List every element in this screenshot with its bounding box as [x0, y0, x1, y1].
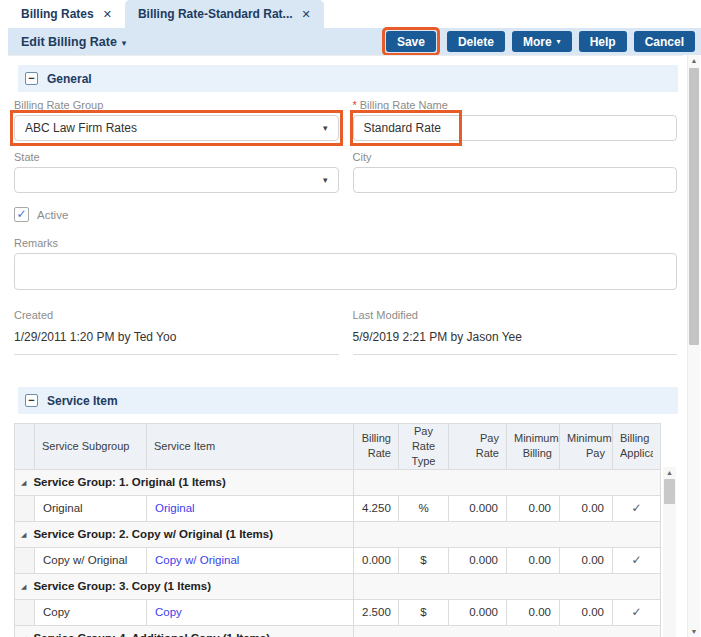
header-minimum-pay[interactable]: Minimum Pay — [560, 424, 613, 470]
help-button[interactable]: Help — [579, 31, 627, 52]
group-row-copy-w-original[interactable]: ◢Service Group: 2. Copy w/ Original (1 I… — [15, 521, 661, 547]
service-item-section-header[interactable]: − Service Item — [18, 387, 678, 414]
cell-minimum-pay[interactable]: 0.00 — [560, 547, 613, 573]
more-button[interactable]: More▾ — [512, 31, 572, 52]
city-field: City — [353, 141, 678, 193]
save-button[interactable]: Save — [386, 31, 436, 52]
cell-minimum-billing[interactable]: 0.00 — [507, 599, 560, 625]
cell-billing-rule-applicable-check[interactable]: ✓ — [613, 547, 661, 573]
row-stub[interactable] — [15, 547, 35, 573]
delete-button[interactable]: Delete — [447, 31, 505, 52]
header-billing-rate[interactable]: Billing Rate — [354, 424, 399, 470]
group-row-copy[interactable]: ◢Service Group: 3. Copy (1 Items) — [15, 573, 661, 599]
toolbar-buttons: Save Delete More▾ Help Cancel — [382, 27, 695, 56]
header-service-item[interactable]: Service Item — [147, 424, 354, 470]
cell-minimum-pay[interactable]: 0.00 — [560, 495, 613, 521]
cell-pay-rate-type[interactable]: $ — [399, 599, 449, 625]
header-pay-rate[interactable]: Pay Rate — [449, 424, 507, 470]
page-title-menu[interactable]: Edit Billing Rate▾ — [21, 35, 126, 49]
cell-billing-rate[interactable]: 4.250 — [354, 495, 399, 521]
group-expanded-icon[interactable]: ◢ — [21, 531, 26, 539]
scroll-down-icon[interactable]: ▼ — [688, 628, 700, 635]
general-section-header[interactable]: − General — [18, 65, 678, 92]
cell-pay-rate[interactable]: 0.000 — [449, 599, 507, 625]
page-scrollbar-thumb[interactable] — [689, 68, 699, 345]
service-item-grid-wrap: Service Subgroup Service Item Billing Ra… — [14, 423, 676, 637]
group-row-additional-copy[interactable]: ◢Service Group: 4. Additional Copy (1 It… — [15, 625, 661, 637]
cell-pay-rate[interactable]: 0.000 — [449, 495, 507, 521]
collapse-minus-icon[interactable]: − — [25, 394, 38, 407]
cancel-button[interactable]: Cancel — [634, 31, 695, 52]
tab-billing-rates[interactable]: Billing Rates ✕ — [8, 0, 125, 28]
active-checkbox[interactable]: ✓ — [14, 207, 29, 222]
service-item-section-title: Service Item — [47, 394, 118, 408]
billing-rate-name-field: *Billing Rate Name — [353, 92, 678, 141]
tab-billing-rate-standard[interactable]: Billing Rate-Standard Rat... ✕ — [125, 0, 324, 28]
close-icon[interactable]: ✕ — [302, 9, 311, 20]
billing-rate-group-select[interactable]: ABC Law Firm Rates ▾ — [14, 115, 339, 141]
state-field: State ▾ — [14, 141, 339, 193]
collapse-minus-icon[interactable]: − — [25, 72, 38, 85]
remarks-textarea[interactable] — [14, 253, 677, 290]
page-scrollbar[interactable]: ▲ ▼ — [687, 55, 700, 637]
cell-pay-rate-type[interactable]: $ — [399, 547, 449, 573]
group-row-original[interactable]: ◢Service Group: 1. Original (1 Items) — [15, 469, 661, 495]
scroll-up-icon[interactable]: ▲ — [688, 57, 700, 64]
service-item-link[interactable]: Copy w/ Original — [147, 547, 354, 573]
cell-service-subgroup[interactable]: Copy w/ Original — [35, 547, 147, 573]
city-input[interactable] — [364, 173, 667, 187]
service-item-table: Service Subgroup Service Item Billing Ra… — [14, 423, 661, 637]
audit-info: Created 1/29/2011 1:20 PM by Ted Yoo Las… — [14, 302, 677, 355]
service-item-link[interactable]: Copy — [147, 599, 354, 625]
created-field: Created 1/29/2011 1:20 PM by Ted Yoo — [14, 302, 339, 355]
tab-billing-rate-standard-label: Billing Rate-Standard Rat... — [138, 7, 293, 21]
cell-service-subgroup[interactable]: Original — [35, 495, 147, 521]
cell-billing-rate[interactable]: 0.000 — [354, 547, 399, 573]
cell-minimum-billing[interactable]: 0.00 — [507, 495, 560, 521]
billing-rate-name-label: *Billing Rate Name — [353, 99, 678, 111]
last-modified-field: Last Modified 5/9/2019 2:21 PM by Jason … — [353, 302, 678, 355]
created-label: Created — [14, 309, 339, 321]
header-minimum-billing[interactable]: Minimum Billing — [507, 424, 560, 470]
row-stub[interactable] — [15, 495, 35, 521]
row-stub[interactable] — [15, 599, 35, 625]
group-label: Service Group: 4. Additional Copy (1 Ite… — [33, 632, 270, 637]
active-label: Active — [37, 209, 68, 221]
toolbar: Edit Billing Rate▾ Save Delete More▾ Hel… — [8, 28, 701, 55]
edit-billing-rate-screen: Billing Rates ✕ Billing Rate-Standard Ra… — [0, 0, 701, 637]
city-input-wrap — [353, 167, 678, 193]
tab-bar: Billing Rates ✕ Billing Rate-Standard Ra… — [0, 0, 701, 28]
header-billing-rule-applicable[interactable]: Billing Rule Applicable — [613, 424, 661, 470]
group-label: Service Group: 1. Original (1 Items) — [33, 476, 225, 488]
service-item-link[interactable]: Original — [147, 495, 354, 521]
general-section-title: General — [47, 72, 92, 86]
save-highlight-box: Save — [382, 27, 440, 56]
header-service-subgroup[interactable]: Service Subgroup — [35, 424, 147, 470]
table-row: Copy w/ Original Copy w/ Original 0.000 … — [15, 547, 661, 573]
billing-rate-name-input[interactable] — [364, 121, 667, 135]
cell-minimum-pay[interactable]: 0.00 — [560, 599, 613, 625]
group-label: Service Group: 2. Copy w/ Original (1 It… — [33, 528, 273, 540]
group-expanded-icon[interactable]: ◢ — [21, 479, 26, 487]
cell-billing-rule-applicable-check[interactable]: ✓ — [613, 599, 661, 625]
remarks-label: Remarks — [14, 237, 677, 249]
group-expanded-icon[interactable]: ◢ — [21, 583, 26, 591]
state-select[interactable]: ▾ — [14, 167, 339, 193]
cell-pay-rate[interactable]: 0.000 — [449, 547, 507, 573]
table-scrollbar[interactable]: ▲ — [663, 467, 676, 637]
page-title: Edit Billing Rate — [21, 35, 117, 49]
scroll-up-icon[interactable]: ▲ — [663, 467, 676, 476]
chevron-down-icon: ▾ — [557, 37, 561, 46]
table-row: Copy Copy 2.500 $ 0.000 0.00 0.00 ✓ — [15, 599, 661, 625]
cell-billing-rule-applicable-check[interactable]: ✓ — [613, 495, 661, 521]
header-stub — [15, 424, 35, 470]
close-icon[interactable]: ✕ — [103, 9, 112, 20]
cell-minimum-billing[interactable]: 0.00 — [507, 547, 560, 573]
header-pay-rate-type[interactable]: Pay Rate Type — [399, 424, 449, 470]
cell-service-subgroup[interactable]: Copy — [35, 599, 147, 625]
cell-pay-rate-type[interactable]: % — [399, 495, 449, 521]
table-scrollbar-thumb[interactable] — [664, 479, 675, 504]
group-label: Service Group: 3. Copy (1 Items) — [33, 580, 211, 592]
chevron-down-icon: ▾ — [323, 123, 328, 133]
cell-billing-rate[interactable]: 2.500 — [354, 599, 399, 625]
